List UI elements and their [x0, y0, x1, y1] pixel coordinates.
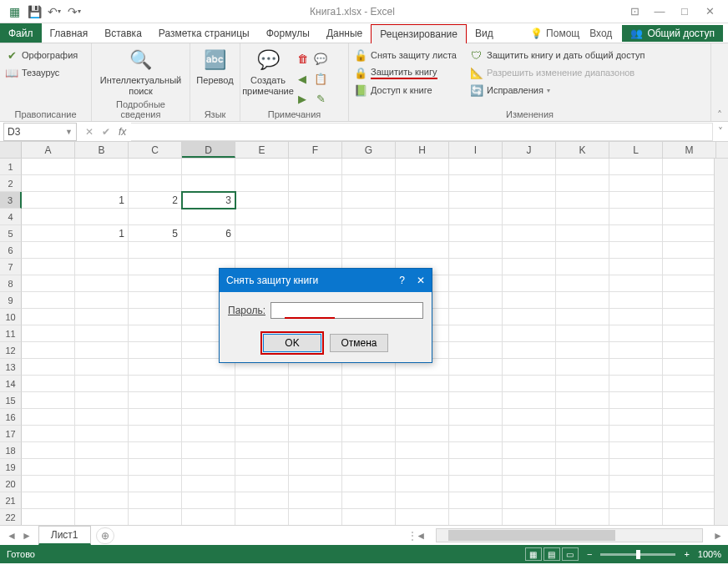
- cell[interactable]: [22, 426, 75, 442]
- tell-me[interactable]: 💡Помощ: [530, 28, 579, 39]
- cell[interactable]: [235, 492, 289, 509]
- cell[interactable]: [663, 209, 716, 225]
- cell[interactable]: [663, 376, 716, 392]
- dialog-help-icon[interactable]: ?: [399, 275, 405, 286]
- cell[interactable]: [289, 175, 342, 192]
- cell[interactable]: [75, 409, 129, 426]
- cell[interactable]: [503, 225, 556, 242]
- cell[interactable]: [609, 392, 663, 409]
- cell[interactable]: [22, 275, 75, 292]
- delete-comment-button[interactable]: 🗑: [296, 50, 309, 67]
- cell[interactable]: [449, 225, 503, 242]
- cell[interactable]: [22, 242, 75, 259]
- row-header[interactable]: 11: [0, 325, 22, 342]
- cell[interactable]: [75, 325, 129, 342]
- cell[interactable]: [449, 325, 503, 342]
- cell[interactable]: [235, 192, 289, 209]
- cell[interactable]: [449, 492, 503, 509]
- cell[interactable]: [342, 442, 396, 459]
- cell[interactable]: [609, 292, 663, 309]
- tab-file[interactable]: Файл: [0, 23, 42, 43]
- cell[interactable]: [129, 242, 182, 259]
- cell[interactable]: [75, 342, 129, 359]
- tab-data[interactable]: Данные: [318, 23, 371, 43]
- cell[interactable]: [22, 376, 75, 392]
- cell[interactable]: [129, 325, 182, 342]
- cell[interactable]: [556, 159, 609, 175]
- cell[interactable]: [22, 159, 75, 175]
- cell[interactable]: [235, 459, 289, 476]
- cell[interactable]: [449, 376, 503, 392]
- cell[interactable]: [556, 342, 609, 359]
- cell[interactable]: [609, 442, 663, 459]
- row-header[interactable]: 9: [0, 292, 22, 309]
- formula-bar[interactable]: [131, 123, 713, 141]
- cell[interactable]: [22, 309, 75, 325]
- cell[interactable]: [129, 509, 182, 525]
- cell[interactable]: [556, 175, 609, 192]
- cell[interactable]: [503, 459, 556, 476]
- cell[interactable]: [75, 159, 129, 175]
- cell[interactable]: [449, 442, 503, 459]
- cell[interactable]: [663, 325, 716, 342]
- cell[interactable]: [609, 259, 663, 275]
- cell[interactable]: [342, 376, 396, 392]
- page-break-view-icon[interactable]: ▭: [562, 547, 579, 561]
- cell[interactable]: [75, 175, 129, 192]
- row-header[interactable]: 16: [0, 409, 22, 426]
- tab-view[interactable]: Вид: [467, 23, 502, 43]
- cell[interactable]: [235, 209, 289, 225]
- cell[interactable]: [22, 476, 75, 492]
- prev-comment-button[interactable]: ◀: [296, 70, 309, 87]
- cell[interactable]: [129, 392, 182, 409]
- row-header[interactable]: 4: [0, 209, 22, 225]
- cell[interactable]: [129, 159, 182, 175]
- cancel-button[interactable]: Отмена: [330, 334, 388, 352]
- cell[interactable]: [609, 459, 663, 476]
- cell[interactable]: [342, 492, 396, 509]
- dialog-close-icon[interactable]: ✕: [417, 275, 425, 286]
- cell[interactable]: [289, 392, 342, 409]
- cell[interactable]: [342, 159, 396, 175]
- cell[interactable]: [449, 159, 503, 175]
- close-icon[interactable]: ✕: [698, 3, 721, 20]
- cell[interactable]: [609, 275, 663, 292]
- cell[interactable]: [342, 409, 396, 426]
- cell[interactable]: [396, 509, 449, 525]
- cell[interactable]: [22, 209, 75, 225]
- cell[interactable]: [503, 275, 556, 292]
- cell[interactable]: [609, 376, 663, 392]
- row-header[interactable]: 7: [0, 259, 22, 275]
- cell[interactable]: [182, 476, 235, 492]
- tab-formulas[interactable]: Формулы: [258, 23, 318, 43]
- cell[interactable]: [22, 292, 75, 309]
- cell[interactable]: [609, 209, 663, 225]
- row-header[interactable]: 21: [0, 492, 22, 509]
- cell[interactable]: [396, 476, 449, 492]
- cell[interactable]: [129, 459, 182, 476]
- cell[interactable]: [289, 459, 342, 476]
- cell[interactable]: [342, 192, 396, 209]
- cell[interactable]: [75, 275, 129, 292]
- cell[interactable]: [503, 292, 556, 309]
- cell[interactable]: [663, 309, 716, 325]
- column-header-D[interactable]: D: [182, 142, 235, 158]
- cell[interactable]: [556, 309, 609, 325]
- cell[interactable]: [342, 459, 396, 476]
- smart-lookup-button[interactable]: 🔍 Интеллектуальный поиск: [98, 47, 185, 97]
- unprotect-sheet-button[interactable]: 🔓Снять защиту листа: [354, 47, 457, 63]
- cell[interactable]: [503, 325, 556, 342]
- cell[interactable]: [503, 442, 556, 459]
- translate-button[interactable]: 🔤 Перевод: [195, 47, 235, 86]
- cell[interactable]: [289, 159, 342, 175]
- cell[interactable]: [503, 392, 556, 409]
- cell[interactable]: [235, 225, 289, 242]
- cell[interactable]: [449, 192, 503, 209]
- password-input[interactable]: [270, 302, 423, 319]
- cell[interactable]: [663, 476, 716, 492]
- cell[interactable]: [22, 392, 75, 409]
- cell[interactable]: [503, 259, 556, 275]
- expand-formula-icon[interactable]: ˅: [713, 126, 728, 138]
- cell[interactable]: [22, 442, 75, 459]
- vertical-scrollbar[interactable]: [714, 159, 728, 525]
